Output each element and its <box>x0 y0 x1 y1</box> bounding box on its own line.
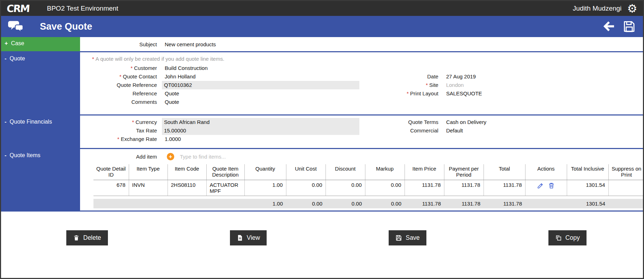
quote-reference-field: QT0010362 <box>162 81 359 89</box>
save-button-label: Save <box>406 234 420 242</box>
sidebar-item-quote[interactable]: -Quote <box>1 52 80 114</box>
save-disk-button[interactable] <box>622 20 636 33</box>
tax-rate-label: Tax Rate <box>80 126 162 135</box>
sidebar-item-quote-financials[interactable]: -Quote Financials <box>1 115 80 148</box>
find-items-input[interactable] <box>179 153 332 160</box>
view-button[interactable]: View <box>230 230 267 245</box>
add-item-button[interactable]: + <box>167 153 174 160</box>
sidebar-item-label: Quote Items <box>10 152 40 158</box>
cell-suppress-on-print <box>608 180 644 196</box>
totals-total: 1131.78 <box>484 199 525 208</box>
exchange-rate-label: *Exchange Rate <box>80 135 162 143</box>
site-label: *Site <box>373 81 443 89</box>
totals-total-inclusive: 1301.54 <box>567 199 608 208</box>
cell-discount: 0.00 <box>326 180 365 196</box>
table-totals-row: 1.00 0.00 0.00 0.00 1131.78 1131.78 1131… <box>93 199 644 208</box>
quote-contact-label: *Quote Contact <box>80 72 162 81</box>
top-bar-right: Judith Mudzengi ⚙ <box>573 3 637 14</box>
quote-section: -Quote *A quote will only be created if … <box>1 52 643 115</box>
cell-actions <box>525 180 567 196</box>
sidebar-item-case[interactable]: +Case <box>1 37 80 51</box>
table-row: 678 INVN 2HS08110 ACTUATOR MPF 1.00 0.00… <box>93 180 644 196</box>
sidebar-item-label: Case <box>11 40 24 46</box>
date-label: Date <box>373 72 443 81</box>
back-arrow-button[interactable] <box>602 20 615 33</box>
required-marker: * <box>407 90 409 96</box>
required-marker: * <box>130 65 133 71</box>
settings-gear-icon[interactable]: ⚙ <box>627 3 637 14</box>
user-name: Judith Mudzengi <box>573 5 621 12</box>
currency-field: South African Rand <box>162 118 359 126</box>
comments-value[interactable]: Quote <box>162 98 179 106</box>
comments-label: Comments <box>80 98 162 106</box>
cell-item-code: 2HS08110 <box>168 180 206 196</box>
view-button-label: View <box>247 234 260 242</box>
collapse-icon: - <box>5 55 6 61</box>
quote-contact-value[interactable]: John Holland <box>162 72 196 81</box>
required-marker: * <box>119 73 121 79</box>
collapse-icon: - <box>5 152 6 158</box>
cell-total-inclusive: 1301.54 <box>567 180 608 196</box>
edit-pencil-icon[interactable] <box>537 182 544 189</box>
copy-button[interactable]: Copy <box>548 230 587 245</box>
totals-empty <box>93 199 129 208</box>
totals-quantity: 1.00 <box>244 199 286 208</box>
delete-trash-icon[interactable] <box>548 182 555 189</box>
page-title: Save Quote <box>40 21 92 32</box>
col-header-unit-cost: Unit Cost <box>286 164 326 180</box>
totals-unit-cost: 0.00 <box>286 199 326 208</box>
sidebar-item-label: Quote <box>10 55 25 61</box>
totals-empty <box>129 199 168 208</box>
save-button[interactable]: Save <box>389 230 426 245</box>
required-marker: * <box>426 82 428 88</box>
subject-label: Subject <box>80 40 162 49</box>
col-header-item-type: Item Type <box>129 164 168 180</box>
copy-button-label: Copy <box>565 234 580 242</box>
add-item-label: Add item <box>80 154 162 160</box>
collapse-icon: - <box>5 119 6 125</box>
totals-payment-per-period: 1131.78 <box>444 199 484 208</box>
commercial-value[interactable]: Default <box>443 126 463 135</box>
quote-terms-label: Quote Terms <box>373 118 443 126</box>
totals-empty <box>608 199 644 208</box>
chat-bubble-icon <box>8 20 24 33</box>
customer-value[interactable]: Build Construction <box>162 64 208 72</box>
cell-markup: 0.00 <box>365 180 405 196</box>
cell-unit-cost: 0.00 <box>286 180 326 196</box>
print-layout-label: *Print Layout <box>373 89 443 98</box>
quote-note: *A quote will only be created if you add… <box>80 55 643 63</box>
totals-empty <box>525 199 567 208</box>
quote-form-left: *Customer Build Construction *Quote Cont… <box>80 64 373 106</box>
top-bar: CRM BPO2 Test Environment Judith Mudzeng… <box>1 1 643 16</box>
col-header-total: Total <box>484 164 525 180</box>
cell-item-price: 1131.78 <box>405 180 444 196</box>
print-layout-value[interactable]: SALESQUOTE <box>443 89 482 98</box>
subject-value[interactable]: New cement products <box>162 40 216 49</box>
col-header-payment-per-period: Payment per Period <box>444 164 484 180</box>
totals-discount: 0.00 <box>326 199 365 208</box>
quote-form-right: Date 27 Aug 2019 *Site London *Print Lay… <box>373 64 643 106</box>
cell-payment-per-period: 1131.78 <box>444 180 484 196</box>
case-section: +Case Subject New cement products <box>1 37 643 52</box>
quote-items-section: -Quote Items Add item + Quote Detail ID <box>1 149 643 212</box>
cell-description: ACTUATOR MPF <box>206 180 244 196</box>
date-value[interactable]: 27 Aug 2019 <box>443 72 476 81</box>
quote-terms-value[interactable]: Cash on Delivery <box>443 118 486 126</box>
col-header-markup: Markup <box>365 164 405 180</box>
reference-value[interactable]: Quote <box>162 89 179 98</box>
site-value[interactable]: London <box>443 81 464 89</box>
delete-button[interactable]: Delete <box>66 230 108 245</box>
quote-form: *A quote will only be created if you add… <box>80 52 643 114</box>
crm-window: CRM BPO2 Test Environment Judith Mudzeng… <box>0 0 644 279</box>
quote-financials-section: -Quote Financials *Currency South Africa… <box>1 115 643 149</box>
customer-label: *Customer <box>80 64 162 72</box>
case-form: Subject New cement products <box>80 37 643 51</box>
totals-empty <box>206 199 244 208</box>
col-header-quote-item-description: Quote Item Description <box>206 164 244 180</box>
exchange-rate-value[interactable]: 1.0000 <box>162 135 181 143</box>
header-actions <box>602 20 636 33</box>
sidebar-item-quote-items[interactable]: -Quote Items <box>1 149 80 210</box>
tax-rate-field: 15.00000 <box>162 126 359 135</box>
col-header-item-price: Item Price <box>405 164 444 180</box>
col-header-actions: Actions <box>525 164 567 180</box>
